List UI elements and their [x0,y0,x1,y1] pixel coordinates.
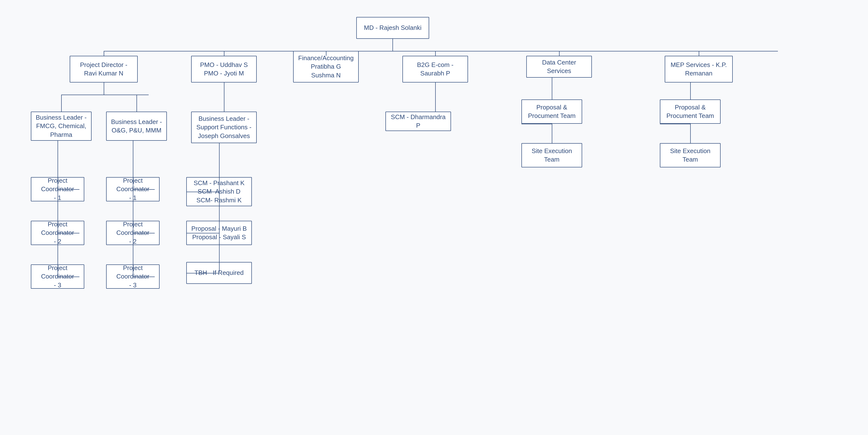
box-scm-dhar: SCM - Dharmandra P [385,111,451,131]
org-chart: MD - Rajesh Solanki Project Director - R… [21,7,847,420]
box-dc: Data Center Services [526,56,592,78]
box-b2g: B2G E-com - Saurabh P [402,56,468,82]
box-pmo: PMO - Uddhav S PMO - Jyoti M [191,56,257,82]
box-prop-mep: Proposal & Procument Team [660,99,720,124]
box-site-dc: Site Execution Team [521,143,582,167]
box-bl-fmcg: Business Leader - FMCG, Chemical, Pharma [31,111,92,141]
box-mep: MEP Services - K.P. Remanan [665,56,733,82]
box-bl-og: Business Leader - O&G, P&U, MMM [106,111,167,141]
box-prop-dc: Proposal & Procument Team [521,99,582,124]
box-bl-support: Business Leader - Support Functions - Jo… [191,111,257,143]
box-site-mep: Site Execution Team [660,143,720,167]
box-md: MD - Rajesh Solanki [356,17,429,39]
box-pd: Project Director - Ravi Kumar N [70,56,138,82]
